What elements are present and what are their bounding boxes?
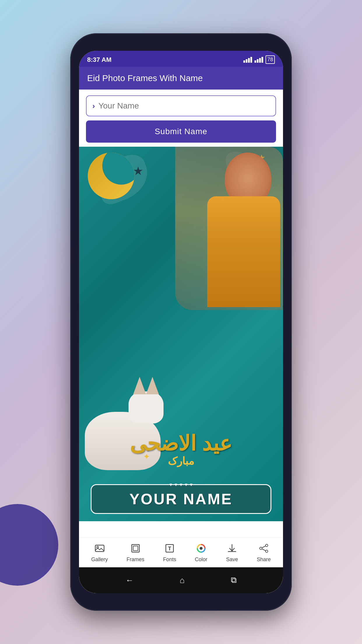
arabic-main-text: عيد الاضحى xyxy=(85,432,277,455)
color-icon xyxy=(196,543,206,555)
battery-icon: 78 xyxy=(266,55,275,64)
share-icon xyxy=(259,543,269,555)
nav-item-gallery[interactable]: Gallery xyxy=(88,542,111,564)
moon-inner xyxy=(102,153,134,185)
woman-body xyxy=(207,196,280,307)
signal-bars-1 xyxy=(243,57,252,63)
eid-image-container: ★ ★ ✦ عيد ا xyxy=(79,147,283,537)
recent-button[interactable]: ⧉ xyxy=(225,573,242,587)
fonts-icon: T xyxy=(165,543,175,555)
nav-item-share[interactable]: Share xyxy=(254,542,274,564)
white-strip xyxy=(79,521,283,537)
frames-label: Frames xyxy=(126,556,144,563)
phone-body: 8:37 AM 78 xyxy=(70,33,292,611)
back-button[interactable]: ← xyxy=(120,573,139,587)
goat-head xyxy=(129,391,164,424)
color-label: Color xyxy=(195,556,208,563)
bg-circle xyxy=(0,504,58,586)
star-icon-1: ★ xyxy=(133,164,143,178)
svg-point-8 xyxy=(266,544,268,547)
phone-wrapper: 8:37 AM 78 xyxy=(70,33,292,611)
svg-rect-0 xyxy=(95,545,104,552)
svg-point-9 xyxy=(260,547,262,550)
gallery-icon xyxy=(95,543,105,555)
app-header: Eid Photo Frames With Name xyxy=(79,67,283,90)
status-time: 8:37 AM xyxy=(87,56,112,64)
app-title: Eid Photo Frames With Name xyxy=(87,73,275,83)
signal-bars-2 xyxy=(254,57,263,63)
nav-item-fonts[interactable]: T Fonts xyxy=(160,542,179,564)
fonts-label: Fonts xyxy=(163,556,176,563)
input-section: › Submit Name xyxy=(79,90,283,147)
woman-figure xyxy=(175,147,283,310)
svg-point-10 xyxy=(266,550,268,552)
photo-frame-area: ★ ★ ✦ عيد ا xyxy=(79,147,283,537)
nav-item-color[interactable]: Color xyxy=(192,542,210,564)
svg-line-12 xyxy=(262,549,266,551)
submit-name-button[interactable]: Submit Name xyxy=(86,120,276,143)
svg-rect-3 xyxy=(133,546,138,551)
arabic-text-area: عيد الاضحى مبارک xyxy=(85,432,277,467)
bottom-nav: Gallery Frames xyxy=(79,537,283,567)
chevron-right-icon: › xyxy=(92,102,95,111)
svg-text:T: T xyxy=(168,546,171,552)
share-label: Share xyxy=(257,556,271,563)
save-icon xyxy=(227,543,237,555)
name-banner-text: YOUR NAME xyxy=(100,490,262,508)
system-nav: ← ⌂ ⧉ xyxy=(79,567,283,593)
nav-item-save[interactable]: Save xyxy=(223,542,241,564)
save-label: Save xyxy=(226,556,238,563)
svg-rect-2 xyxy=(132,545,139,552)
gallery-label: Gallery xyxy=(91,556,108,563)
app-content: › Submit Name xyxy=(79,90,283,593)
nav-item-frames[interactable]: Frames xyxy=(124,542,147,564)
moon-outer xyxy=(88,153,134,199)
arabic-sub-text: مبارک xyxy=(85,455,277,467)
frames-icon xyxy=(131,543,140,555)
status-icons: 78 xyxy=(243,55,275,64)
home-button[interactable]: ⌂ xyxy=(174,573,191,587)
status-bar: 8:37 AM 78 xyxy=(79,51,283,67)
phone-screen: 8:37 AM 78 xyxy=(79,51,283,593)
heart-dots: ♥ ♥ ♥ ♥ ♥ xyxy=(169,482,193,487)
name-banner: ♥ ♥ ♥ ♥ ♥ YOUR NAME xyxy=(91,484,271,514)
svg-point-7 xyxy=(200,547,203,550)
name-input-wrapper: › xyxy=(86,95,276,116)
name-input[interactable] xyxy=(99,101,270,111)
moon-shape xyxy=(88,153,134,199)
svg-line-11 xyxy=(262,546,266,548)
